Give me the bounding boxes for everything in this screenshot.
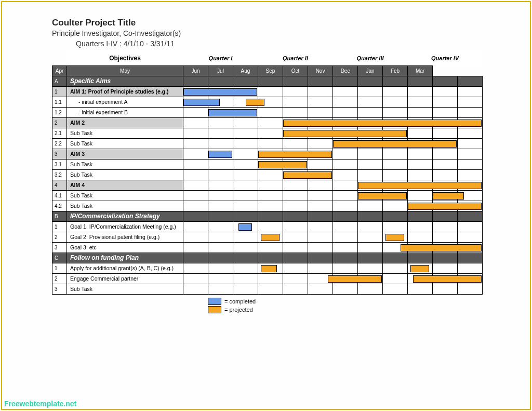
gantt-cell: [283, 180, 308, 190]
gantt-cell: [233, 76, 258, 86]
gantt-cell: [308, 242, 333, 253]
gantt-cell: [283, 232, 308, 242]
gantt-cell: [183, 169, 208, 180]
gantt-table: Objectives Quarter I Quarter II Quarter …: [52, 51, 483, 295]
gantt-cell: [358, 221, 383, 232]
month-header: Jun: [183, 65, 208, 76]
gantt-cell: [258, 76, 283, 86]
gantt-cell: [308, 232, 333, 242]
gantt-cell: [233, 138, 258, 149]
gantt-cell: [333, 211, 358, 221]
bar-projected-icon: [328, 275, 382, 283]
gantt-cell: [333, 180, 358, 190]
gantt-cell: [458, 263, 483, 273]
row-label: - initial experiment A: [67, 97, 183, 107]
row-label: Goal 1: IP/Commercialization Meeting (e.…: [67, 221, 183, 232]
gantt-cell: [283, 263, 308, 273]
gantt-cell: [458, 232, 483, 242]
gantt-cell: [458, 169, 483, 180]
row-label: AIM 3: [67, 149, 183, 159]
task-row: 4.2Sub Task: [52, 201, 483, 211]
section-row: CFollow on funding Plan: [52, 253, 483, 263]
row-id: 4.1: [52, 190, 67, 201]
bar-projected-icon: [258, 151, 332, 158]
gantt-cell: [233, 253, 258, 263]
bar-projected-icon: [246, 99, 264, 106]
gantt-cell: [233, 128, 258, 138]
gantt-cell: [308, 190, 333, 201]
gantt-cell: [258, 273, 283, 284]
row-id: 1: [52, 221, 67, 232]
section-row: ASpecific Aims: [52, 76, 483, 86]
gantt-cell: [208, 273, 233, 284]
row-id: 4: [52, 180, 67, 190]
gantt-cell: [433, 284, 458, 294]
gantt-cell: [308, 86, 333, 97]
month-header: Apr: [52, 65, 67, 76]
row-id: 2.1: [52, 128, 67, 138]
row-id: A: [52, 76, 67, 86]
month-header: Jul: [208, 65, 233, 76]
gantt-cell: [333, 284, 358, 294]
gantt-cell: [283, 253, 308, 263]
bar-projected-icon: [433, 192, 464, 200]
gantt-cell: [183, 107, 208, 117]
gantt-cell: [358, 284, 383, 294]
gantt-cell: [233, 190, 258, 201]
row-id: 3: [52, 284, 67, 294]
gantt-cell: [408, 128, 433, 138]
gantt-cell: [433, 159, 458, 169]
gantt-cell: [308, 211, 333, 221]
task-row: 1AIM 1: Proof of Principle studies (e.g.…: [52, 86, 483, 97]
gantt-cell: [208, 284, 233, 294]
gantt-cell: [283, 211, 308, 221]
gantt-cell: [358, 159, 383, 169]
gantt-cell: [183, 128, 208, 138]
row-label: Sub Task: [67, 284, 183, 294]
gantt-cell: [458, 97, 483, 107]
gantt-cell: [433, 97, 458, 107]
gantt-cell: [308, 253, 333, 263]
gantt-cell: [458, 76, 483, 86]
gantt-cell: [358, 180, 383, 190]
gantt-cell: [333, 221, 358, 232]
gantt-cell: [383, 86, 408, 97]
row-id: 3: [52, 242, 67, 253]
task-row: 4.1Sub Task: [52, 190, 483, 201]
gantt-cell: [183, 232, 208, 242]
section-row: BIP/Commercialization Strategy: [52, 211, 483, 221]
gantt-cell: [308, 138, 333, 149]
gantt-cell: [383, 97, 408, 107]
bar-completed-icon: [238, 223, 252, 231]
gantt-cell: [433, 169, 458, 180]
row-id: 3.1: [52, 159, 67, 169]
gantt-cell: [433, 232, 458, 242]
gantt-cell: [283, 169, 308, 180]
gantt-cell: [433, 263, 458, 273]
gantt-cell: [258, 190, 283, 201]
gantt-cell: [333, 149, 358, 159]
row-label: Sub Task: [67, 128, 183, 138]
task-row: 2AIM 2: [52, 117, 483, 128]
gantt-cell: [333, 138, 358, 149]
legend-completed: = completed: [208, 298, 480, 305]
gantt-cell: [283, 107, 308, 117]
month-header: Oct: [283, 65, 308, 76]
gantt-cell: [208, 138, 233, 149]
row-id: C: [52, 253, 67, 263]
task-row: 3Goal 3: etc: [52, 242, 483, 253]
gantt-cell: [458, 284, 483, 294]
gantt-cell: [383, 263, 408, 273]
gantt-cell: [383, 76, 408, 86]
gantt-cell: [208, 169, 233, 180]
gantt-cell: [258, 86, 283, 97]
month-header-row: AprMayJunJulAugSepOctNovDecJanFebMar: [52, 65, 483, 76]
gantt-cell: [383, 159, 408, 169]
gantt-cell: [458, 138, 483, 149]
gantt-cell: [208, 211, 233, 221]
gantt-cell: [233, 284, 258, 294]
gantt-cell: [433, 253, 458, 263]
gantt-cell: [408, 221, 433, 232]
legend-projected: = projected: [208, 306, 480, 313]
gantt-cell: [458, 211, 483, 221]
